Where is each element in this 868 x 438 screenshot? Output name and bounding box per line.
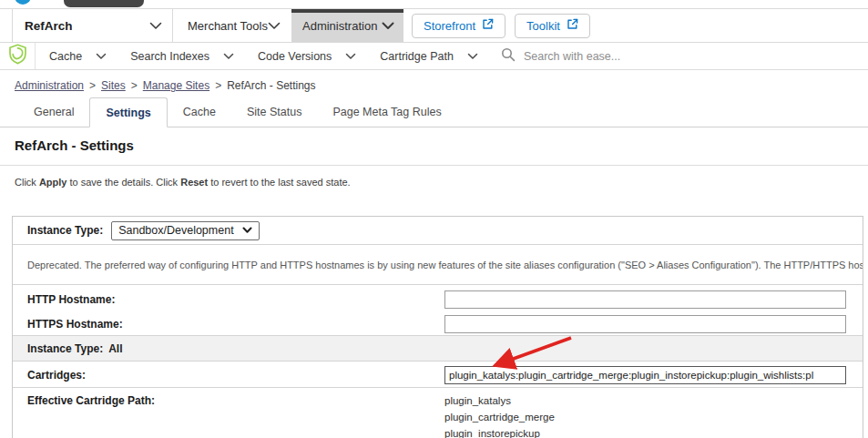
chevron-down-icon [223,53,234,60]
effective-cartridge-path-row: Effective Cartridge Path: plugin_katalys… [13,388,863,438]
instructions-part: to revert to the last saved state. [208,177,351,188]
http-hostname-input[interactable] [444,290,846,309]
instance-type-select[interactable]: Sandbox/Development [111,221,259,240]
tab-site-status[interactable]: Site Status [231,97,317,127]
nav-merchant-tools[interactable]: Merchant Tools [173,9,291,42]
storefront-button[interactable]: Storefront [412,14,505,38]
search-input[interactable] [524,50,724,63]
chevron-down-icon [467,53,478,60]
breadcrumb-sites[interactable]: Sites [101,79,126,92]
cartridge-path-item: plugin_cartridge_merge [444,409,555,425]
https-hostname-input[interactable] [444,315,846,333]
instance-type-label: Instance Type: [27,224,103,237]
http-hostname-label: HTTP Hostname: [27,293,115,306]
cartridges-input[interactable] [444,366,846,384]
cropped-dark-toolbar [64,0,144,7]
site-selector[interactable]: RefArch [12,9,173,42]
breadcrumb-separator: > [215,79,221,92]
nav-code-versions-label: Code Versions [258,50,332,63]
primary-nav: RefArch Merchant Tools Administration St… [0,8,868,43]
chevron-down-icon [268,22,281,30]
cartridge-path-item: plugin_instorepickup [444,425,555,438]
site-selector-label: RefArch [25,19,73,33]
toolkit-button-label: Toolkit [526,19,560,33]
divider [0,165,868,166]
instructions-part: to save the details. Click [66,177,180,188]
cropped-blue-icon [15,0,31,5]
cartridges-row: Cartridges: [13,362,863,388]
breadcrumb: Administration > Sites > Manage Sites > … [15,79,316,92]
chevron-down-icon [345,53,356,60]
instance-type-all-label: Instance Type: [27,342,103,355]
tab-settings[interactable]: Settings [89,97,167,127]
chevron-down-icon [242,227,252,234]
storefront-button-label: Storefront [424,19,475,33]
nav-cache[interactable]: Cache [39,43,117,69]
instructions-part: Click [15,177,39,188]
global-search [501,43,724,69]
nav-administration[interactable]: Administration [291,9,403,42]
search-icon [501,47,516,66]
settings-panel: Instance Type: Sandbox/Development Depre… [12,216,863,438]
breadcrumb-separator: > [131,79,138,92]
chevron-down-icon [96,53,107,60]
nav-cache-label: Cache [49,50,82,63]
shield-logo-cell [0,43,36,69]
toolkit-button[interactable]: Toolkit [515,14,590,38]
effective-cartridge-path-label: Effective Cartridge Path: [27,394,155,407]
tab-general[interactable]: General [18,97,89,127]
hostname-rows: HTTP Hostname: HTTPS Hostname: [13,285,863,336]
instructions-text: Click Apply to save the details. Click R… [15,177,351,188]
cartridge-path-item: plugin_katalys [444,392,555,409]
reset-keyword: Reset [180,177,208,188]
nav-cartridge-path-label: Cartridge Path [380,50,454,63]
instance-type-row: Instance Type: Sandbox/Development [13,217,863,245]
breadcrumb-manage-sites[interactable]: Manage Sites [143,79,209,92]
deprecated-note: Deprecated. The preferred way of configu… [13,245,863,285]
tab-cache[interactable]: Cache [168,97,231,127]
nav-cartridge-path[interactable]: Cartridge Path [370,43,488,69]
chevron-down-icon [149,22,162,30]
instance-type-selected-value: Sandbox/Development [118,224,233,237]
shield-icon [8,44,27,68]
chevron-down-icon [382,22,394,30]
site-tabs: General Settings Cache Site Status Page … [0,97,868,127]
apply-keyword: Apply [39,177,67,188]
instance-type-all-row: Instance Type: All [13,336,863,362]
secondary-nav: Cache Search Indexes Code Versions Cartr… [0,43,868,70]
breadcrumb-separator: > [89,79,96,92]
page-title: RefArch - Settings [15,138,134,153]
nav-merchant-tools-label: Merchant Tools [188,19,268,33]
tab-page-meta-tag-rules[interactable]: Page Meta Tag Rules [317,97,456,127]
https-hostname-label: HTTPS Hostname: [27,318,123,331]
instance-type-all-value: All [108,342,122,355]
nav-code-versions[interactable]: Code Versions [248,43,366,69]
cartridges-label: Cartridges: [27,369,86,382]
nav-search-indexes-label: Search Indexes [130,50,209,63]
breadcrumb-current: RefArch - Settings [227,79,315,92]
external-link-icon [482,18,494,33]
breadcrumb-administration[interactable]: Administration [15,79,84,92]
external-link-icon [567,18,578,33]
nav-administration-label: Administration [302,19,377,33]
business-manager-window: RefArch Merchant Tools Administration St… [0,0,868,438]
effective-cartridge-path-list: plugin_katalys plugin_cartridge_merge pl… [444,392,555,438]
nav-search-indexes[interactable]: Search Indexes [120,43,244,69]
